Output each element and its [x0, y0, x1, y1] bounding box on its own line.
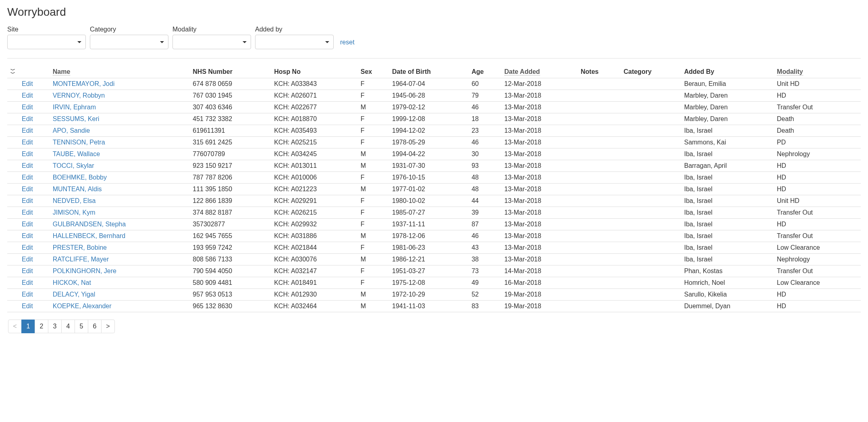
edit-link[interactable]: Edit: [22, 127, 33, 134]
edit-link[interactable]: Edit: [22, 291, 33, 298]
patient-name-link[interactable]: NEDVED, Elsa: [53, 197, 96, 204]
filter-modality-label: Modality: [172, 26, 251, 33]
edit-link[interactable]: Edit: [22, 139, 33, 146]
edit-link[interactable]: Edit: [22, 232, 33, 239]
edit-link[interactable]: Edit: [22, 267, 33, 274]
col-name[interactable]: Name: [50, 66, 190, 78]
edit-link[interactable]: Edit: [22, 174, 33, 181]
cell-added-by: Phan, Kostas: [681, 265, 774, 277]
page-next[interactable]: >: [101, 320, 115, 333]
table-row: EditHICKOK, Nat580 909 4481KCH: A018491F…: [7, 277, 861, 289]
patient-name-link[interactable]: APO, Sandie: [53, 127, 90, 134]
edit-link[interactable]: Edit: [22, 256, 33, 263]
edit-link[interactable]: Edit: [22, 80, 33, 87]
cell-nhs: 315 691 2425: [189, 137, 271, 148]
table-row: EditKOEPKE, Alexander965 132 8630KCH: A0…: [7, 301, 861, 312]
cell-nhs: 965 132 8630: [189, 301, 271, 312]
patient-name-link[interactable]: HICKOK, Nat: [53, 279, 91, 286]
patient-name-link[interactable]: JIMISON, Kym: [53, 209, 96, 216]
patient-name-link[interactable]: TOCCI, Skylar: [53, 162, 94, 169]
edit-link[interactable]: Edit: [22, 197, 33, 204]
cell-category: [620, 265, 681, 277]
edit-link[interactable]: Edit: [22, 303, 33, 309]
page-prev[interactable]: <: [8, 320, 22, 333]
cell-sex: M: [357, 184, 389, 195]
cell-dob: 1975-12-08: [389, 277, 468, 289]
modality-dropdown[interactable]: [172, 35, 251, 49]
patient-name-link[interactable]: RATCLIFFE, Mayer: [53, 256, 109, 263]
page-6[interactable]: 6: [88, 320, 102, 333]
table-row: EditTAUBE, Wallace776070789KCH: A034245M…: [7, 148, 861, 160]
table-row: EditGULBRANDSEN, Stepha357302877KCH: A02…: [7, 219, 861, 230]
page-4[interactable]: 4: [61, 320, 75, 333]
site-dropdown[interactable]: [7, 35, 86, 49]
cell-date-added: 13-Mar-2018: [501, 125, 577, 137]
patient-name-link[interactable]: GULBRANDSEN, Stepha: [53, 221, 126, 228]
cell-notes: [577, 230, 620, 242]
patient-name-link[interactable]: MONTEMAYOR, Jodi: [53, 80, 115, 87]
edit-link[interactable]: Edit: [22, 279, 33, 286]
cell-modality: Death: [774, 113, 861, 125]
edit-link[interactable]: Edit: [22, 186, 33, 192]
cell-sex: F: [357, 172, 389, 184]
cell-added-by: Beraun, Emilia: [681, 78, 774, 90]
patient-name-link[interactable]: KOEPKE, Alexander: [53, 303, 112, 309]
category-dropdown[interactable]: [90, 35, 168, 49]
patient-name-link[interactable]: IRVIN, Ephram: [53, 104, 96, 111]
col-modality[interactable]: Modality: [774, 66, 861, 78]
cell-category: [620, 78, 681, 90]
cell-category: [620, 207, 681, 219]
edit-link[interactable]: Edit: [22, 150, 33, 157]
cell-modality: HD: [774, 172, 861, 184]
patient-name-link[interactable]: POLKINGHORN, Jere: [53, 267, 116, 274]
cell-nhs: 619611391: [189, 125, 271, 137]
patient-name-link[interactable]: DELACY, Yigal: [53, 291, 96, 298]
cell-date-added: 13-Mar-2018: [501, 230, 577, 242]
patient-name-link[interactable]: BOEHMKE, Bobby: [53, 174, 107, 181]
cell-nhs: 767 030 1945: [189, 90, 271, 102]
cell-category: [620, 125, 681, 137]
edit-link[interactable]: Edit: [22, 244, 33, 251]
cell-age: 52: [468, 289, 501, 301]
patient-name-link[interactable]: SESSUMS, Keri: [53, 115, 100, 122]
cell-sex: M: [357, 254, 389, 265]
table-row: EditSESSUMS, Keri451 732 3382KCH: A01887…: [7, 113, 861, 125]
cell-added-by: Sarullo, Kikelia: [681, 289, 774, 301]
patient-name-link[interactable]: MUNTEAN, Aldis: [53, 186, 102, 192]
cell-age: 46: [468, 230, 501, 242]
filter-site: Site: [7, 26, 86, 49]
cell-nhs: 790 594 4050: [189, 265, 271, 277]
col-date-added[interactable]: Date Added: [501, 66, 577, 78]
filter-bar: Site Category Modality Added by reset: [7, 26, 861, 58]
expand-all-icon[interactable]: ﹀﹀: [10, 69, 15, 75]
cell-notes: [577, 219, 620, 230]
page-3[interactable]: 3: [48, 320, 62, 333]
filter-modality: Modality: [172, 26, 251, 49]
patient-name-link[interactable]: TENNISON, Petra: [53, 139, 105, 146]
cell-hosp: KCH: A032147: [271, 265, 357, 277]
edit-link[interactable]: Edit: [22, 162, 33, 169]
patient-name-link[interactable]: VERNOY, Robbyn: [53, 92, 105, 99]
added-by-dropdown[interactable]: [255, 35, 334, 49]
page-1[interactable]: 1: [21, 320, 35, 333]
edit-link[interactable]: Edit: [22, 92, 33, 99]
patient-name-link[interactable]: PRESTER, Bobine: [53, 244, 107, 251]
edit-link[interactable]: Edit: [22, 104, 33, 111]
cell-nhs: 193 959 7242: [189, 242, 271, 254]
cell-dob: 1999-12-08: [389, 113, 468, 125]
edit-link[interactable]: Edit: [22, 115, 33, 122]
reset-link[interactable]: reset: [340, 39, 355, 46]
cell-sex: F: [357, 242, 389, 254]
cell-dob: 1994-12-02: [389, 125, 468, 137]
patient-name-link[interactable]: HALLENBECK, Bernhard: [53, 232, 126, 239]
patient-name-link[interactable]: TAUBE, Wallace: [53, 150, 100, 157]
cell-nhs: 580 909 4481: [189, 277, 271, 289]
filter-category-label: Category: [90, 26, 168, 33]
cell-sex: F: [357, 78, 389, 90]
edit-link[interactable]: Edit: [22, 209, 33, 216]
page-2[interactable]: 2: [35, 320, 48, 333]
page-5[interactable]: 5: [75, 320, 88, 333]
edit-link[interactable]: Edit: [22, 221, 33, 228]
cell-date-added: 19-Mar-2018: [501, 289, 577, 301]
table-row: EditPOLKINGHORN, Jere790 594 4050KCH: A0…: [7, 265, 861, 277]
